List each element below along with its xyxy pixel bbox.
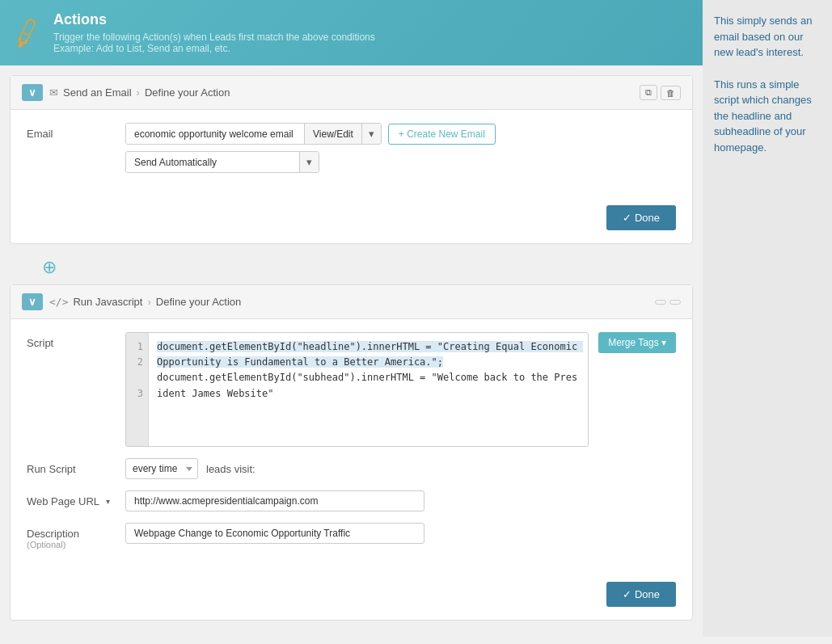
run-js-step: Run Javascript <box>73 296 142 308</box>
web-url-form-row: Web Page URL ▾ <box>27 490 676 511</box>
view-edit-btn[interactable]: View/Edit <box>304 124 361 144</box>
web-url-dropdown-icon[interactable]: ▾ <box>106 497 110 506</box>
header-title: Actions <box>53 11 375 28</box>
email-icon: ✉ <box>49 86 58 99</box>
description-label: Description (Optional) <box>27 523 116 549</box>
create-email-btn[interactable]: + Create New Email <box>388 124 496 145</box>
run-js-panel-actions <box>655 300 681 305</box>
send-email-done-btn[interactable]: ✓ Done <box>606 205 676 230</box>
code-icon: </> <box>49 296 68 308</box>
script-label: Script <box>27 332 116 349</box>
send-email-panel-actions: ⧉ 🗑 <box>640 85 681 100</box>
script-form-row: Script 1 2 3 <box>27 332 676 447</box>
send-email-delete-btn[interactable]: 🗑 <box>661 86 681 100</box>
run-js-copy-btn[interactable] <box>655 300 666 305</box>
script-controls: 1 2 3 document.getElementById("headline"… <box>125 332 676 447</box>
description-controls <box>125 523 676 544</box>
send-email-panel-header: ∨ ✉ Send an Email › Define your Action ⧉… <box>11 76 692 110</box>
web-url-input[interactable] <box>125 490 424 511</box>
email-label: Email <box>27 123 116 140</box>
send-email-breadcrumb: ✉ Send an Email › Define your Action <box>49 86 633 99</box>
description-optional-label: (Optional) <box>27 540 116 549</box>
leads-visit-label: leads visit: <box>206 463 256 475</box>
email-dropdown-arrow-btn[interactable]: ▾ <box>361 124 381 144</box>
run-js-panel-body: Script 1 2 3 <box>11 319 692 574</box>
run-js-panel-footer: ✓ Done <box>11 574 692 620</box>
send-email-panel-footer: ✓ Done <box>11 197 692 243</box>
sidebar-text-1: This simply sends an email based on our … <box>714 13 821 61</box>
script-editor[interactable]: 1 2 3 document.getElementById("headline"… <box>125 332 589 447</box>
run-script-label: Run Script <box>27 458 116 475</box>
description-form-row: Description (Optional) <box>27 523 676 549</box>
line-numbers: 1 2 3 <box>126 333 149 446</box>
send-auto-select-group: Send Automatically ▾ <box>125 151 319 173</box>
send-email-step: Send an Email <box>63 86 132 99</box>
run-script-controls: every time leads visit: <box>125 458 676 479</box>
email-select-group: View/Edit ▾ <box>125 123 382 145</box>
email-input[interactable] <box>126 124 304 144</box>
description-input[interactable] <box>125 523 424 544</box>
email-controls: View/Edit ▾ + Create New Email Send Auto… <box>125 123 676 173</box>
breadcrumb-sep-2: › <box>147 296 150 308</box>
header-icon: 🖊 <box>8 12 47 54</box>
email-row-top: View/Edit ▾ + Create New Email <box>125 123 676 145</box>
send-email-panel: ∨ ✉ Send an Email › Define your Action ⧉… <box>10 75 693 244</box>
breadcrumb-sep-1: › <box>137 86 140 99</box>
email-form-row: Email View/Edit ▾ + Create New Email <box>27 123 676 173</box>
run-js-delete-btn[interactable] <box>669 300 681 305</box>
send-email-toggle-btn[interactable]: ∨ <box>22 84 43 101</box>
web-url-controls <box>125 490 676 511</box>
run-script-form-row: Run Script every time leads visit: <box>27 458 676 479</box>
sidebar-text-2: This runs a simple script which changes … <box>714 77 821 156</box>
send-auto-select[interactable]: Send Automatically <box>126 153 299 172</box>
code-content[interactable]: document.getElementById("headline").inne… <box>149 333 588 446</box>
web-url-label: Web Page URL ▾ <box>27 490 116 507</box>
header-desc-line1: Trigger the following Action(s) when Lea… <box>53 32 375 43</box>
merge-tags-btn[interactable]: Merge Tags ▾ <box>598 332 676 353</box>
run-js-done-btn[interactable]: ✓ Done <box>606 582 676 607</box>
add-between-container: ⊕ <box>10 250 693 284</box>
send-email-panel-body: Email View/Edit ▾ + Create New Email <box>11 110 692 197</box>
header-text: Actions Trigger the following Action(s) … <box>53 11 375 54</box>
run-script-select[interactable]: every time <box>125 458 198 479</box>
script-editor-wrapper: 1 2 3 document.getElementById("headline"… <box>125 332 676 447</box>
run-script-row: every time leads visit: <box>125 458 676 479</box>
header: 🖊 Actions Trigger the following Action(s… <box>0 0 703 65</box>
run-js-panel: ∨ </> Run Javascript › Define your Actio… <box>10 284 693 621</box>
header-desc-line2: Example: Add to List, Send an email, etc… <box>53 43 375 54</box>
send-email-action-label: Define your Action <box>145 86 230 99</box>
run-js-breadcrumb: </> Run Javascript › Define your Action <box>49 296 648 308</box>
run-js-panel-header: ∨ </> Run Javascript › Define your Actio… <box>11 285 692 319</box>
run-js-action-label: Define your Action <box>156 296 242 308</box>
sidebar: This simply sends an email based on our … <box>703 0 832 637</box>
run-js-toggle-btn[interactable]: ∨ <box>22 293 43 310</box>
send-auto-arrow-icon: ▾ <box>299 152 319 172</box>
send-email-copy-btn[interactable]: ⧉ <box>640 85 657 100</box>
add-action-btn[interactable]: ⊕ <box>42 257 57 278</box>
